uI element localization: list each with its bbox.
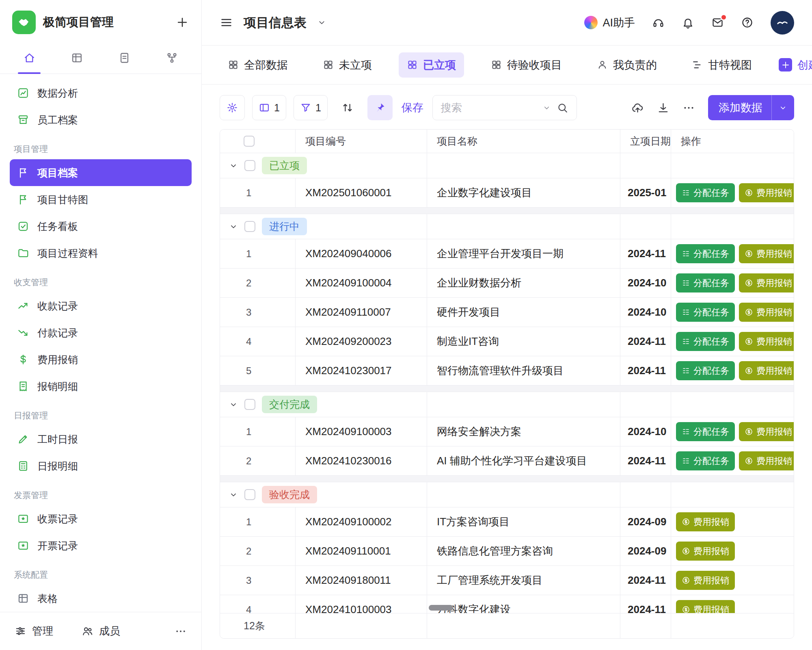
sidebar-tab-tables table-icon[interactable] xyxy=(64,42,90,74)
sidebar-item[interactable]: 数据分析 xyxy=(10,80,192,106)
search-input[interactable]: 搜索 xyxy=(432,95,577,120)
sidebar-item[interactable]: 项目档案 xyxy=(10,159,192,186)
table-row[interactable]: 5XM202410230017智行物流管理软件升级项目2024-11分配任务费用… xyxy=(220,356,794,386)
ai-assistant-button[interactable]: AI助手 xyxy=(584,15,635,30)
sidebar-item[interactable]: 项目甘特图 xyxy=(10,186,192,213)
user-avatar bird-icon[interactable] xyxy=(771,11,794,35)
group-checkbox[interactable] xyxy=(244,399,255,410)
add-data-chevron-down-icon[interactable] xyxy=(772,104,794,112)
expense-report-button[interactable]: 费用报销 xyxy=(676,512,735,531)
search-chevron-down-icon[interactable] xyxy=(542,104,551,112)
expense-report-button[interactable]: 费用报销 xyxy=(739,451,794,470)
table-row[interactable]: 1XM202409100002IT方案咨询项目2024-09费用报销 xyxy=(220,507,794,537)
view-tab[interactable]: 已立项 xyxy=(399,52,464,78)
group-checkbox[interactable] xyxy=(244,489,255,500)
table-body: 已立项1XM202501060001企业数字化建设项目2025-01分配任务费用… xyxy=(220,153,794,624)
sidebar-item[interactable]: 日报明细 xyxy=(10,453,192,479)
settings-button[interactable] xyxy=(220,95,245,120)
search-icon[interactable] xyxy=(557,102,568,114)
save-button[interactable]: 保存 xyxy=(400,95,425,120)
sidebar-more-button more-icon[interactable] xyxy=(175,625,187,637)
table-row[interactable]: 4XM202409200023制造业IT咨询2024-11分配任务费用报销 xyxy=(220,327,794,356)
filter-button[interactable]: 1 xyxy=(294,95,328,120)
cell-actions: 分配任务费用报销 xyxy=(671,446,794,475)
toolbar-more-button more-icon[interactable] xyxy=(682,102,695,114)
column-header-code[interactable]: 项目编号 xyxy=(296,130,427,153)
group-checkbox[interactable] xyxy=(244,160,255,171)
view-tab[interactable]: 我负责的 xyxy=(589,52,665,78)
sidebar-tab-flows flow-icon[interactable] xyxy=(159,42,185,74)
members-button[interactable]: 成员 xyxy=(82,624,120,638)
expense-report-button[interactable]: 费用报销 xyxy=(739,273,794,292)
assign-task-button[interactable]: 分配任务 xyxy=(676,422,735,441)
table-row[interactable]: 1XM202409100003网络安全解决方案2024-10分配任务费用报销 xyxy=(220,417,794,446)
chevron-down-icon[interactable] xyxy=(229,161,238,170)
pin-button[interactable] xyxy=(367,95,393,120)
sidebar-item[interactable]: 员工档案 xyxy=(10,106,192,133)
column-header-date[interactable]: 立项日期 xyxy=(620,130,671,153)
expense-report-button[interactable]: 费用报销 xyxy=(739,422,794,441)
select-all-checkbox[interactable] xyxy=(244,136,255,147)
horizontal-scrollbar-thumb[interactable] xyxy=(429,605,453,611)
sidebar-tab-docs doc-icon[interactable] xyxy=(112,42,138,74)
assign-task-button[interactable]: 分配任务 xyxy=(676,361,735,380)
view-tab[interactable]: 待验收项目 xyxy=(483,52,570,78)
inbox-button mail-icon[interactable] xyxy=(711,16,724,29)
menu-toggle-button hamburger-icon[interactable] xyxy=(220,16,233,29)
create-view-button[interactable]: 创建视图 xyxy=(779,58,812,72)
sidebar-item[interactable]: 收款记录 xyxy=(10,292,192,319)
assign-task-button[interactable]: 分配任务 xyxy=(676,244,735,263)
table-row[interactable]: 2XM202409100004企业业财数据分析2024-10分配任务费用报销 xyxy=(220,269,794,298)
chevron-down-icon[interactable] xyxy=(229,400,238,409)
assign-task-button[interactable]: 分配任务 xyxy=(676,273,735,292)
sidebar-item[interactable]: 报销明细 xyxy=(10,373,192,400)
group-checkbox[interactable] xyxy=(244,221,255,232)
table-row[interactable]: 3XM202409180011工厂管理系统开发项目2024-11费用报销 xyxy=(220,566,794,595)
people-icon xyxy=(82,625,93,637)
view-tab[interactable]: 全部数据 xyxy=(220,52,296,78)
table-row[interactable]: 2XM202409110001铁路信息化管理方案咨询2024-09费用报销 xyxy=(220,537,794,566)
manage-button[interactable]: 管理 xyxy=(15,624,53,638)
expense-report-button[interactable]: 费用报销 xyxy=(676,571,735,590)
expense-report-button[interactable]: 费用报销 xyxy=(739,332,794,351)
help-button help-icon[interactable] xyxy=(741,16,754,29)
view-tab[interactable]: 甘特视图 xyxy=(684,52,760,78)
table-row[interactable]: 1XM202501060001企业数字化建设项目2025-01分配任务费用报销 xyxy=(220,178,794,208)
title-chevron-down-icon[interactable] xyxy=(317,18,326,27)
sidebar-item[interactable]: 表格 xyxy=(10,585,192,612)
column-header-ops[interactable]: 操作 xyxy=(671,130,794,153)
field-config-button[interactable]: 1 xyxy=(252,95,286,120)
sort-button[interactable] xyxy=(335,95,360,120)
sidebar-item[interactable]: 工时日报 xyxy=(10,426,192,453)
assign-task-button[interactable]: 分配任务 xyxy=(676,303,735,322)
column-header-name[interactable]: 项目名称 xyxy=(427,130,620,153)
import-button cloud-upload-icon[interactable] xyxy=(631,102,644,114)
sidebar-item[interactable]: 开票记录 xyxy=(10,532,192,559)
user-icon xyxy=(597,59,608,70)
sidebar-item[interactable]: 项目过程资料 xyxy=(10,240,192,266)
notifications-button bell-icon[interactable] xyxy=(682,16,694,29)
expense-report-button[interactable]: 费用报销 xyxy=(739,361,794,380)
sidebar-item[interactable]: 收票记录 xyxy=(10,505,192,532)
export-button download-icon[interactable] xyxy=(657,102,669,114)
add-app-button plus-icon[interactable] xyxy=(175,15,189,29)
chevron-down-icon[interactable] xyxy=(229,222,238,231)
table-row[interactable]: 2XM202410230016AI 辅助个性化学习平台建设项目2024-11分配… xyxy=(220,446,794,476)
assign-task-button[interactable]: 分配任务 xyxy=(676,332,735,351)
view-tab[interactable]: 未立项 xyxy=(315,52,380,78)
chevron-down-icon[interactable] xyxy=(229,490,238,499)
expense-report-button[interactable]: 费用报销 xyxy=(739,303,794,322)
support-button headset-icon[interactable] xyxy=(652,16,665,29)
sidebar-item[interactable]: 费用报销 xyxy=(10,346,192,373)
add-data-button[interactable]: 添加数据 xyxy=(708,95,794,120)
sidebar-item[interactable]: 任务看板 xyxy=(10,213,192,240)
expense-report-button[interactable]: 费用报销 xyxy=(739,183,794,202)
sidebar-tab-home home-icon[interactable] xyxy=(16,42,42,74)
table-row[interactable]: 3XM202409110007硬件开发项目2024-10分配任务费用报销 xyxy=(220,298,794,327)
table-row[interactable]: 1XM202409040006企业管理平台开发项目一期2024-11分配任务费用… xyxy=(220,239,794,269)
expense-report-button[interactable]: 费用报销 xyxy=(739,244,794,263)
assign-task-button[interactable]: 分配任务 xyxy=(676,451,735,470)
expense-report-button[interactable]: 费用报销 xyxy=(676,542,735,561)
assign-task-button[interactable]: 分配任务 xyxy=(676,183,735,202)
sidebar-item[interactable]: 付款记录 xyxy=(10,319,192,346)
